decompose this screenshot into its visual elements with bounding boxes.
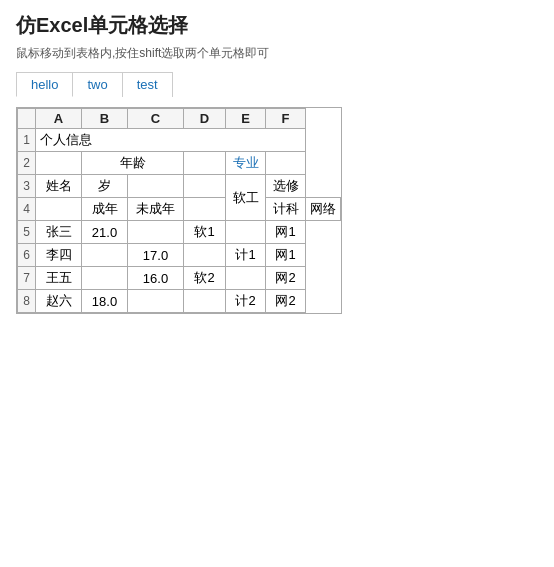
row-num-6: 6	[18, 244, 36, 267]
table-row: 4 成年 未成年 计科 网络	[18, 198, 341, 221]
col-header-c: C	[128, 109, 184, 129]
cell-3-f-elective[interactable]: 选修	[266, 175, 306, 198]
cell-7-b[interactable]	[82, 267, 128, 290]
col-header-e: E	[226, 109, 266, 129]
cell-6-d[interactable]	[184, 244, 226, 267]
col-header-b: B	[82, 109, 128, 129]
excel-table: A B C D E F 1 个人信息 2 年龄 专业 3 姓名 岁 软工	[17, 108, 341, 313]
corner-cell	[18, 109, 36, 129]
cell-8-c[interactable]	[128, 290, 184, 313]
cell-6-e[interactable]: 计1	[226, 244, 266, 267]
cell-8-f[interactable]: 网2	[266, 290, 306, 313]
cell-7-a[interactable]: 王五	[36, 267, 82, 290]
cell-4-e-cs[interactable]: 计科	[266, 198, 306, 221]
table-header-row: A B C D E F	[18, 109, 341, 129]
page-title: 仿Excel单元格选择	[16, 12, 538, 39]
cell-5-f[interactable]: 网1	[266, 221, 306, 244]
table-row: 3 姓名 岁 软工 选修	[18, 175, 341, 198]
cell-6-f[interactable]: 网1	[266, 244, 306, 267]
col-header-f: F	[266, 109, 306, 129]
cell-6-a[interactable]: 李四	[36, 244, 82, 267]
row-num-4: 4	[18, 198, 36, 221]
cell-3-b-age-unit[interactable]: 岁	[82, 175, 128, 198]
cell-8-b[interactable]: 18.0	[82, 290, 128, 313]
table-row: 1 个人信息	[18, 129, 341, 152]
table-row: 6 李四 17.0 计1 网1	[18, 244, 341, 267]
cell-5-d[interactable]: 软1	[184, 221, 226, 244]
cell-2-f[interactable]	[266, 152, 306, 175]
table-row: 7 王五 16.0 软2 网2	[18, 267, 341, 290]
tab-test[interactable]: test	[123, 72, 173, 97]
tab-two[interactable]: two	[73, 72, 122, 97]
cell-1-personal-info[interactable]: 个人信息	[36, 129, 306, 152]
cell-4-a[interactable]	[36, 198, 82, 221]
table-row: 2 年龄 专业	[18, 152, 341, 175]
cell-4-d[interactable]	[184, 198, 226, 221]
cell-5-a[interactable]: 张三	[36, 221, 82, 244]
cell-6-b[interactable]	[82, 244, 128, 267]
cell-3-e-soft-eng[interactable]: 软工	[226, 175, 266, 221]
cell-4-c-minor[interactable]: 未成年	[128, 198, 184, 221]
cell-2-a[interactable]	[36, 152, 82, 175]
row-num-1: 1	[18, 129, 36, 152]
table-row: 8 赵六 18.0 计2 网2	[18, 290, 341, 313]
cell-6-c[interactable]: 17.0	[128, 244, 184, 267]
table-row: 5 张三 21.0 软1 网1	[18, 221, 341, 244]
cell-3-d[interactable]	[184, 175, 226, 198]
cell-7-f[interactable]: 网2	[266, 267, 306, 290]
cell-7-e[interactable]	[226, 267, 266, 290]
cell-2-e-major[interactable]: 专业	[226, 152, 266, 175]
tab-bar: hello two test	[16, 72, 538, 97]
row-num-7: 7	[18, 267, 36, 290]
cell-3-c[interactable]	[128, 175, 184, 198]
cell-7-c[interactable]: 16.0	[128, 267, 184, 290]
cell-5-b[interactable]: 21.0	[82, 221, 128, 244]
cell-8-e[interactable]: 计2	[226, 290, 266, 313]
subtitle: 鼠标移动到表格内,按住shift选取两个单元格即可	[16, 45, 538, 62]
cell-4-f-network[interactable]: 网络	[306, 198, 341, 221]
col-header-a: A	[36, 109, 82, 129]
cell-2-b-age[interactable]: 年龄	[82, 152, 184, 175]
cell-8-a[interactable]: 赵六	[36, 290, 82, 313]
cell-5-e[interactable]	[226, 221, 266, 244]
row-num-2: 2	[18, 152, 36, 175]
row-num-8: 8	[18, 290, 36, 313]
col-header-d: D	[184, 109, 226, 129]
row-num-3: 3	[18, 175, 36, 198]
cell-5-c[interactable]	[128, 221, 184, 244]
cell-3-a-name[interactable]: 姓名	[36, 175, 82, 198]
row-num-5: 5	[18, 221, 36, 244]
excel-table-wrapper: A B C D E F 1 个人信息 2 年龄 专业 3 姓名 岁 软工	[16, 107, 342, 314]
cell-2-d[interactable]	[184, 152, 226, 175]
tab-hello[interactable]: hello	[16, 72, 73, 97]
cell-8-d[interactable]	[184, 290, 226, 313]
cell-7-d[interactable]: 软2	[184, 267, 226, 290]
cell-4-b-adult[interactable]: 成年	[82, 198, 128, 221]
